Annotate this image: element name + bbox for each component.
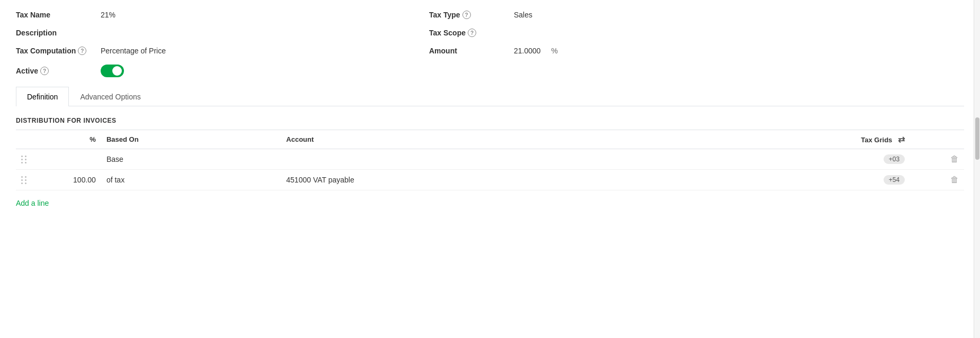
tax-computation-value: Percentage of Price — [101, 47, 166, 55]
tax-scope-help-icon[interactable]: ? — [468, 29, 476, 37]
row1-delete-icon[interactable]: 🗑 — [950, 154, 959, 163]
row2-taxgrids: +54 — [550, 170, 910, 190]
row1-account — [281, 149, 550, 170]
col-header-actions — [910, 130, 964, 149]
table-section: DISTRIBUTION FOR INVOICES % Based On Acc… — [0, 106, 980, 222]
row2-delete-icon[interactable]: 🗑 — [950, 175, 959, 184]
description-label: Description — [16, 29, 101, 37]
col-header-taxgrids: Tax Grids ⇄ — [550, 130, 910, 149]
row1-percent — [44, 149, 101, 170]
tax-scope-label: Tax Scope ? — [429, 29, 514, 37]
col-header-account: Account — [281, 130, 550, 149]
form-row-4: Active ? — [16, 65, 964, 77]
tax-computation-field: Tax Computation ? Percentage of Price — [16, 47, 429, 55]
taxgrids-settings-icon[interactable]: ⇄ — [898, 135, 905, 144]
tax-name-field: Tax Name 21% — [16, 11, 429, 19]
tabs-container: Definition Advanced Options — [16, 87, 964, 106]
row1-taxgrids: +03 — [550, 149, 910, 170]
tax-type-field: Tax Type ? Sales — [429, 11, 964, 19]
form-row-3: Tax Computation ? Percentage of Price Am… — [16, 47, 964, 55]
amount-unit: % — [551, 47, 558, 55]
drag-handle-2[interactable] — [16, 170, 44, 190]
active-toggle[interactable] — [101, 65, 124, 77]
form-row-2: Description Tax Scope ? — [16, 29, 964, 37]
amount-value: 21.0000 — [514, 47, 541, 55]
row2-basedon: of tax — [101, 170, 281, 190]
col-header-percent: % — [44, 130, 101, 149]
row1-taxgrid-badge[interactable]: +03 — [884, 154, 905, 164]
col-header-basedon: Based On — [101, 130, 281, 149]
form-row-1: Tax Name 21% Tax Type ? Sales — [16, 11, 964, 19]
tax-name-value: 21% — [101, 11, 115, 19]
add-line-container: Add a line — [16, 195, 964, 212]
scrollbar-thumb[interactable] — [975, 117, 979, 160]
tax-name-label: Tax Name — [16, 11, 101, 19]
table-row: Base +03 🗑 — [16, 149, 964, 170]
tab-definition[interactable]: Definition — [16, 87, 69, 106]
row1-actions: 🗑 — [910, 149, 964, 170]
row1-basedon: Base — [101, 149, 281, 170]
row2-actions: 🗑 — [910, 170, 964, 190]
active-help-icon[interactable]: ? — [40, 67, 49, 75]
col-header-drag — [16, 130, 44, 149]
tax-scope-field: Tax Scope ? — [429, 29, 964, 37]
tax-type-value: Sales — [514, 11, 532, 19]
section-title: DISTRIBUTION FOR INVOICES — [16, 117, 964, 124]
tax-computation-help-icon[interactable]: ? — [78, 47, 86, 55]
description-field: Description — [16, 29, 429, 37]
tax-type-label: Tax Type ? — [429, 11, 514, 19]
amount-field: Amount 21.0000 % — [429, 47, 964, 55]
drag-handle-1[interactable] — [16, 149, 44, 170]
scrollbar[interactable] — [974, 0, 980, 338]
add-line-button[interactable]: Add a line — [16, 195, 49, 212]
tax-type-help-icon[interactable]: ? — [462, 11, 471, 19]
active-label: Active ? — [16, 67, 101, 75]
active-field: Active ? — [16, 65, 429, 77]
row2-percent: 100.00 — [44, 170, 101, 190]
tab-advanced-options[interactable]: Advanced Options — [69, 87, 152, 106]
row2-account: 451000 VAT payable — [281, 170, 550, 190]
row2-taxgrid-badge[interactable]: +54 — [884, 175, 905, 185]
amount-row: 21.0000 % — [514, 47, 558, 55]
table-row: 100.00 of tax 451000 VAT payable +54 🗑 — [16, 170, 964, 190]
table-header-row: % Based On Account Tax Grids ⇄ — [16, 130, 964, 149]
amount-label: Amount — [429, 47, 514, 55]
form-container: Tax Name 21% Tax Type ? Sales Descriptio… — [0, 0, 980, 106]
tax-computation-label: Tax Computation ? — [16, 47, 101, 55]
distribution-table: % Based On Account Tax Grids ⇄ — [16, 130, 964, 190]
